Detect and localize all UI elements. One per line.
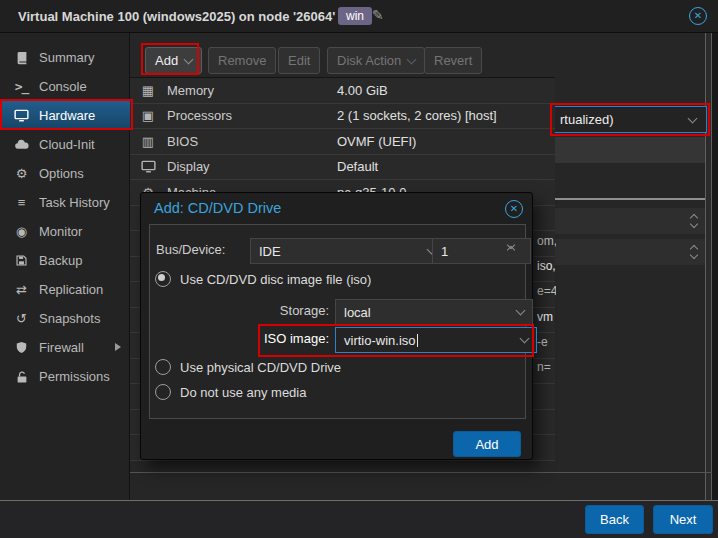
radio-icon xyxy=(155,384,171,400)
iso-image-label: ISO image: xyxy=(150,331,329,346)
sidebar-item-console[interactable]: >_ Console xyxy=(0,72,130,101)
sidebar-item-label: Cloud-Init xyxy=(39,137,95,152)
sidebar-item-backup[interactable]: Backup xyxy=(0,246,130,275)
sidebar-item-summary[interactable]: Summary xyxy=(0,43,130,72)
row-label: Processors xyxy=(167,108,337,123)
table-row-display[interactable]: Display Default xyxy=(130,155,555,181)
memory-icon: ▦ xyxy=(138,83,158,98)
obscured-text-fragment: e=4 xyxy=(537,284,556,298)
sidebar-item-label: Summary xyxy=(39,50,95,65)
sidebar-item-label: Snapshots xyxy=(39,311,100,326)
radio-label: Use physical CD/DVD Drive xyxy=(180,360,341,375)
virtualized-dropdown-text: rtualized) xyxy=(560,112,613,127)
background-panel-field xyxy=(555,137,705,163)
background-divider xyxy=(130,472,712,473)
cloud-icon xyxy=(12,137,31,152)
terminal-icon: >_ xyxy=(12,79,31,94)
sidebar-item-label: Hardware xyxy=(39,108,95,123)
sidebar-item-firewall[interactable]: Firewall xyxy=(0,333,130,362)
sidebar-item-monitor[interactable]: ◉ Monitor xyxy=(0,217,130,246)
revert-button[interactable]: Revert xyxy=(424,47,482,74)
back-button[interactable]: Back xyxy=(585,505,644,534)
storage-dropdown[interactable]: local xyxy=(335,299,533,325)
table-row-processors[interactable]: ▣ Processors 2 (1 sockets, 2 cores) [hos… xyxy=(130,104,555,130)
next-button[interactable]: Next xyxy=(653,505,713,534)
bus-number-spinner[interactable]: 1 xyxy=(432,238,531,264)
spin-down-icon[interactable] xyxy=(690,251,698,259)
row-value: OVMF (UEFI) xyxy=(337,134,416,149)
monitor-icon xyxy=(12,108,31,123)
sidebar-item-label: Permissions xyxy=(39,369,110,384)
dialog-body: Bus/Device: IDE 1 Use CD/DVD disc image … xyxy=(149,224,526,419)
window-close-icon[interactable]: ✕ xyxy=(689,7,707,25)
add-button[interactable]: Add xyxy=(145,47,202,74)
sidebar-item-hardware[interactable]: Hardware xyxy=(0,101,130,130)
bus-device-label: Bus/Device: xyxy=(156,242,225,257)
revert-button-label: Revert xyxy=(434,53,472,68)
floppy-icon xyxy=(12,254,31,267)
background-spinner-field-2[interactable] xyxy=(555,239,705,265)
sidebar-item-label: Task History xyxy=(39,195,110,210)
table-row-memory[interactable]: ▦ Memory 4.00 GiB xyxy=(130,78,555,104)
edit-pencil-icon[interactable]: ✎ xyxy=(372,7,384,23)
text-cursor xyxy=(417,334,418,347)
sidebar-item-label: Firewall xyxy=(39,340,84,355)
list-icon: ≡ xyxy=(12,195,31,210)
iso-image-value: virtio-win.iso xyxy=(344,333,416,348)
sidebar-item-label: Monitor xyxy=(39,224,82,239)
background-panel-divider xyxy=(555,198,705,200)
bus-number-value: 1 xyxy=(441,244,448,259)
radio-no-media[interactable]: Do not use any media xyxy=(155,384,306,400)
proxmox-window: Virtual Machine 100 (windows2025) on nod… xyxy=(0,0,718,538)
obscured-text-fragment: -e xyxy=(537,335,556,349)
unlock-icon xyxy=(12,370,31,384)
storage-label: Storage: xyxy=(150,303,329,318)
row-label: BIOS xyxy=(167,134,337,149)
shield-icon xyxy=(12,341,31,354)
dialog-add-button[interactable]: Add xyxy=(453,431,521,457)
iso-image-combobox[interactable]: virtio-win.iso xyxy=(335,327,537,353)
cpu-icon: ▣ xyxy=(138,108,158,123)
sidebar-item-cloud-init[interactable]: Cloud-Init xyxy=(0,130,130,159)
history-icon: ↺ xyxy=(12,311,31,326)
row-value: Default xyxy=(337,159,378,174)
obscured-text-fragment: om, xyxy=(537,234,556,248)
remove-button[interactable]: Remove xyxy=(208,47,276,74)
radio-label: Do not use any media xyxy=(180,385,306,400)
row-value: 4.00 GiB xyxy=(337,83,388,98)
book-icon xyxy=(12,51,31,65)
right-scrollbar[interactable] xyxy=(705,33,712,500)
sidebar-item-snapshots[interactable]: ↺ Snapshots xyxy=(0,304,130,333)
sidebar-item-permissions[interactable]: Permissions xyxy=(0,362,130,391)
bus-dropdown[interactable]: IDE xyxy=(250,238,444,264)
sidebar-item-label: Replication xyxy=(39,282,103,297)
chevron-down-icon xyxy=(688,113,698,123)
radio-use-iso[interactable]: Use CD/DVD disc image file (iso) xyxy=(155,271,371,287)
table-row-bios[interactable]: ▥ BIOS OVMF (UEFI) xyxy=(130,129,555,155)
sidebar-item-replication[interactable]: ⇄ Replication xyxy=(0,275,130,304)
submenu-caret-icon xyxy=(115,343,121,351)
edit-button[interactable]: Edit xyxy=(278,47,320,74)
dialog-title: Add: CD/DVD Drive xyxy=(154,200,281,216)
row-label: Display xyxy=(167,159,337,174)
sync-arrows-icon: ⇄ xyxy=(12,282,31,297)
background-spinner-field-1[interactable] xyxy=(555,208,705,234)
virtualized-dropdown[interactable]: rtualized) xyxy=(553,106,707,133)
remove-button-label: Remove xyxy=(218,53,266,68)
gear-icon: ⚙ xyxy=(12,166,31,181)
radio-icon xyxy=(155,359,171,375)
sidebar-item-label: Backup xyxy=(39,253,82,268)
row-label: Memory xyxy=(167,83,337,98)
spin-down-icon[interactable] xyxy=(690,220,698,228)
add-button-label: Add xyxy=(155,53,178,68)
dialog-close-icon[interactable]: ✕ xyxy=(505,200,523,218)
sidebar-item-options[interactable]: ⚙ Options xyxy=(0,159,130,188)
page-title: Virtual Machine 100 (windows2025) on nod… xyxy=(18,0,335,33)
sidebar-item-task-history[interactable]: ≡ Task History xyxy=(0,188,130,217)
obscured-text-fragment: n= xyxy=(537,360,556,374)
chevron-down-icon xyxy=(407,54,417,64)
radio-use-physical[interactable]: Use physical CD/DVD Drive xyxy=(155,359,341,375)
radio-label: Use CD/DVD disc image file (iso) xyxy=(180,272,371,287)
edit-button-label: Edit xyxy=(288,53,310,68)
disk-action-button[interactable]: Disk Action xyxy=(327,47,425,74)
